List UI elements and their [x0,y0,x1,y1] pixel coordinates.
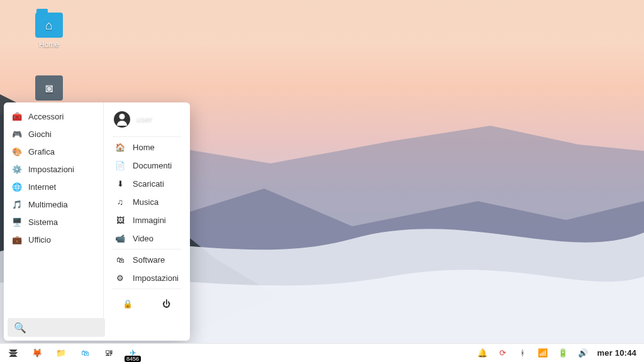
separator [113,249,181,250]
place-musica[interactable]: ♫Musica [110,193,184,211]
bell-icon: 🔔 [477,348,487,358]
category-label: Ufficio [28,235,51,244]
place-home[interactable]: 🏠Home [110,138,184,156]
place-label: Musica [133,197,158,207]
svg-marker-0 [9,349,17,351]
wifi-icon: 📶 [538,348,548,358]
terminal-icon: 🖳 [105,348,113,358]
clock-time: 10:44 [615,348,636,358]
place-immagini[interactable]: 🖼Immagini [110,211,184,229]
games-icon: 🎮 [11,128,23,140]
power-button[interactable]: ⏻ [160,297,174,310]
category-internet[interactable]: 🌐Internet [4,178,103,195]
desktop-icon-label: Home [39,40,59,49]
picture-icon: 🖼 [115,216,125,225]
internet-icon: 🌐 [11,181,23,192]
menu-search[interactable]: 🔍 [8,318,105,337]
lock-icon: 🔒 [123,299,133,309]
zorin-logo-icon [7,347,19,359]
username-label: user [136,115,152,124]
search-icon: 🔍 [14,322,26,334]
software-icon: 🛍 [115,255,125,265]
category-ufficio[interactable]: 💼Ufficio [4,231,103,248]
update-icon: ⟳ [499,348,506,358]
folder-icon: 📁 [56,348,66,358]
place-label: Immagini [133,216,166,225]
place-label: Impostazioni [133,273,179,283]
svg-marker-1 [9,352,18,354]
category-accessori[interactable]: 🧰Accessori [4,107,103,125]
graphics-icon: 🎨 [11,146,23,157]
place-software[interactable]: 🛍Software [110,251,184,269]
user-row[interactable]: user [110,110,184,135]
desktop-icon-home[interactable]: ⌂ Home [24,13,74,49]
folder-home-icon: ⌂ [35,13,63,38]
download-icon: ⬇ [115,179,125,189]
launcher-firefox[interactable]: 🦊 [26,344,48,363]
separator [113,288,181,289]
place-label: Software [133,255,165,265]
category-giochi[interactable]: 🎮Giochi [4,125,103,143]
multimedia-icon: 🎵 [11,199,23,210]
office-icon: 💼 [11,234,23,245]
place-video[interactable]: 📹Video [110,229,184,248]
app-menu-right: user 🏠Home 📄Documenti ⬇Scaricati ♫Musica… [104,102,190,318]
shopping-bag-icon: 🛍 [81,348,89,358]
accessories-icon: 🧰 [11,111,23,122]
battery-icon: 🔋 [558,348,568,358]
disk-icon: ◙ [35,75,63,101]
system-icon: 🖥️ [11,216,23,228]
tray-updates[interactable]: ⟳ [496,347,509,359]
place-scaricati[interactable]: ⬇Scaricati [110,175,184,193]
app-menu: 🧰Accessori 🎮Giochi 🎨Grafica ⚙️Impostazio… [4,102,190,341]
category-label: Sistema [28,217,58,227]
tray-bluetooth[interactable]: ᚼ [516,347,529,359]
category-label: Internet [28,182,56,192]
document-icon: 📄 [115,161,125,170]
badge-count: 8456 [125,356,141,362]
clock[interactable]: mer 10:44 [597,348,636,358]
category-sistema[interactable]: 🖥️Sistema [4,213,103,231]
taskbar-left: 🦊 📁 🛍 🖳 ✈ 8456 [0,344,143,363]
place-documenti[interactable]: 📄Documenti [110,156,184,175]
category-label: Accessori [28,112,64,121]
firefox-icon: 🦊 [32,348,42,358]
lock-button[interactable]: 🔒 [121,297,135,310]
video-icon: 📹 [115,234,125,243]
place-label: Scaricati [133,179,164,189]
launcher-software[interactable]: 🛍 [74,344,96,363]
place-impostazioni[interactable]: ⚙Impostazioni [110,269,184,287]
start-button[interactable] [3,344,24,363]
category-label: Impostazioni [28,165,74,174]
place-label: Documenti [133,161,172,170]
category-label: Multimedia [28,200,68,209]
app-menu-categories: 🧰Accessori 🎮Giochi 🎨Grafica ⚙️Impostazio… [4,102,104,318]
taskbar: 🦊 📁 🛍 🖳 ✈ 8456 🔔 ⟳ ᚼ 📶 🔋 🔊 mer 10:44 [0,343,644,362]
category-grafica[interactable]: 🎨Grafica [4,143,103,160]
place-label: Home [133,143,155,152]
launcher-files[interactable]: 📁 [50,344,72,363]
category-multimedia[interactable]: 🎵Multimedia [4,195,103,213]
tray-notifications[interactable]: 🔔 [476,347,489,359]
clock-day: mer [597,348,612,358]
gear-icon: ⚙ [115,273,125,283]
taskbar-right: 🔔 ⟳ ᚼ 📶 🔋 🔊 mer 10:44 [476,347,644,359]
tray-volume[interactable]: 🔊 [577,347,589,359]
launcher-terminal[interactable]: 🖳 [98,344,119,363]
launcher-telegram[interactable]: ✈ 8456 [122,344,143,363]
tray-battery[interactable]: 🔋 [557,347,569,359]
bluetooth-icon: ᚼ [520,348,525,358]
avatar-icon [114,111,130,128]
category-impostazioni[interactable]: ⚙️Impostazioni [4,160,103,178]
search-input[interactable] [26,323,99,332]
music-icon: ♫ [115,197,125,207]
category-label: Giochi [28,129,52,139]
home-icon: 🏠 [115,143,125,152]
volume-icon: 🔊 [578,348,588,358]
power-icon: ⏻ [162,299,170,309]
separator [113,136,181,137]
category-label: Grafica [28,147,55,156]
place-label: Video [133,234,153,243]
svg-marker-2 [9,354,17,356]
tray-wifi[interactable]: 📶 [536,347,549,359]
